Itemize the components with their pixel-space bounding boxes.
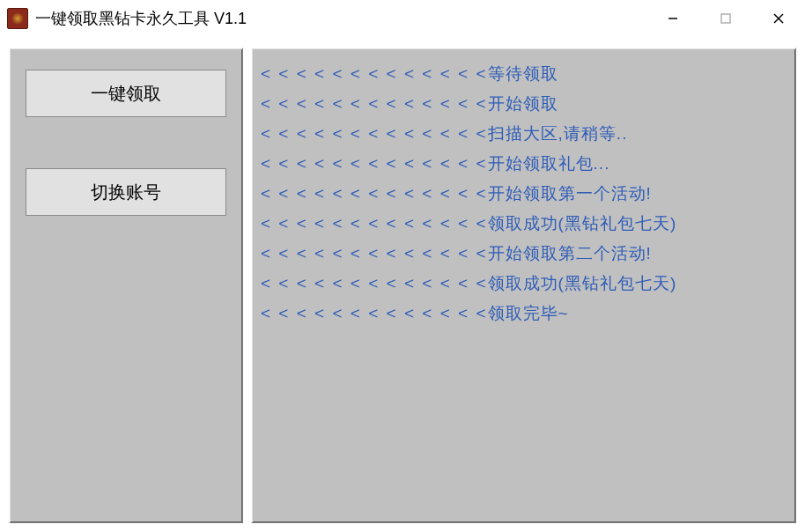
log-prefix: < < < < < < < < < < < < < bbox=[261, 94, 488, 113]
claim-button[interactable]: 一键领取 bbox=[26, 70, 226, 117]
log-message: 扫描大区,请稍等.. bbox=[488, 124, 628, 143]
left-panel: 一键领取 切换账号 bbox=[9, 48, 243, 523]
log-prefix: < < < < < < < < < < < < < bbox=[261, 304, 488, 322]
log-line: < < < < < < < < < < < < <领取完毕~ bbox=[261, 299, 787, 329]
log-message: 开始领取第一个活动! bbox=[488, 184, 652, 203]
window-title: 一键领取黑钻卡永久工具 V1.1 bbox=[35, 8, 247, 29]
switch-account-button[interactable]: 切换账号 bbox=[26, 168, 226, 216]
maximize-icon bbox=[720, 12, 732, 25]
app-window: 一键领取黑钻卡永久工具 V1.1 一键领取 切换账号 bbox=[0, 0, 805, 532]
close-button[interactable] bbox=[752, 0, 805, 37]
titlebar: 一键领取黑钻卡永久工具 V1.1 bbox=[0, 0, 805, 37]
log-line: < < < < < < < < < < < < <开始领取 bbox=[261, 89, 787, 119]
minimize-button[interactable] bbox=[646, 0, 699, 37]
log-message: 领取完毕~ bbox=[488, 304, 569, 322]
log-message: 开始领取 bbox=[488, 94, 558, 113]
log-prefix: < < < < < < < < < < < < < bbox=[261, 64, 488, 83]
log-line: < < < < < < < < < < < < <领取成功(黑钻礼包七天) bbox=[261, 269, 787, 299]
log-line: < < < < < < < < < < < < <扫描大区,请稍等.. bbox=[261, 119, 787, 149]
log-line: < < < < < < < < < < < < <等待领取 bbox=[261, 59, 787, 89]
window-controls bbox=[646, 0, 805, 37]
minimize-icon bbox=[667, 12, 679, 25]
log-prefix: < < < < < < < < < < < < < bbox=[261, 184, 488, 203]
log-message: 领取成功(黑钻礼包七天) bbox=[488, 214, 677, 233]
log-line: < < < < < < < < < < < < <领取成功(黑钻礼包七天) bbox=[261, 209, 787, 239]
log-prefix: < < < < < < < < < < < < < bbox=[261, 274, 488, 292]
log-prefix: < < < < < < < < < < < < < bbox=[261, 214, 488, 233]
app-icon bbox=[7, 8, 28, 29]
log-line: < < < < < < < < < < < < <开始领取第二个活动! bbox=[261, 239, 787, 269]
body-area: 一键领取 切换账号 < < < < < < < < < < < < <等待领取<… bbox=[0, 37, 805, 532]
log-message: 开始领取第二个活动! bbox=[488, 244, 652, 262]
log-prefix: < < < < < < < < < < < < < bbox=[261, 154, 488, 173]
svg-rect-1 bbox=[721, 14, 730, 23]
log-prefix: < < < < < < < < < < < < < bbox=[261, 244, 488, 262]
log-line: < < < < < < < < < < < < <开始领取第一个活动! bbox=[261, 179, 787, 209]
log-line: < < < < < < < < < < < < <开始领取礼包... bbox=[261, 149, 787, 179]
close-icon bbox=[772, 12, 785, 25]
log-message: 领取成功(黑钻礼包七天) bbox=[488, 274, 677, 292]
maximize-button[interactable] bbox=[699, 0, 752, 37]
log-panel: < < < < < < < < < < < < <等待领取< < < < < <… bbox=[251, 48, 796, 523]
log-prefix: < < < < < < < < < < < < < bbox=[261, 124, 488, 143]
log-message: 开始领取礼包... bbox=[488, 154, 610, 173]
log-message: 等待领取 bbox=[488, 64, 558, 83]
